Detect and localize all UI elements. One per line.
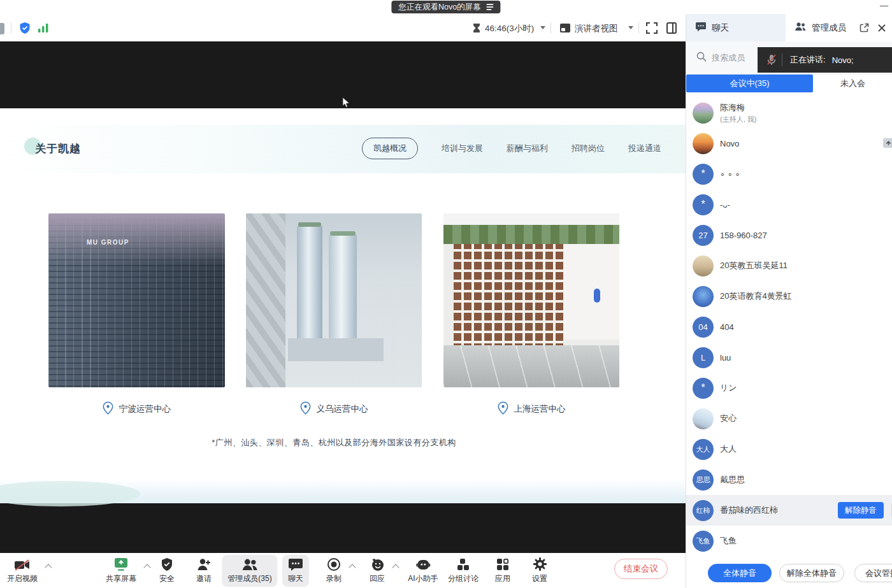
tab-chat-label: 聊天: [712, 22, 729, 34]
page-nav-item[interactable]: 培训与发展: [442, 138, 483, 159]
banner-menu-icon[interactable]: [487, 4, 494, 10]
timer-dropdown-icon[interactable]: [540, 26, 545, 29]
member-row[interactable]: *-ᴗ-: [686, 189, 892, 220]
pin-icon: [498, 401, 508, 417]
toolbar-breakout-rooms-button[interactable]: 分组讨论: [442, 555, 484, 587]
mic-muted-icon: [766, 54, 777, 66]
mouse-cursor: [342, 97, 351, 111]
member-name: luu: [720, 353, 731, 362]
meeting-timer: 46:46(3小时): [485, 23, 534, 34]
chevron-up-icon[interactable]: [45, 564, 52, 571]
divider: [11, 22, 11, 33]
member-row[interactable]: *∘ ∘ ∘: [686, 159, 892, 189]
page-nav-item[interactable]: 招聘岗位: [572, 138, 605, 159]
toolbar-camera-off-button[interactable]: 开启视频: [1, 555, 43, 587]
member-avatar: *: [693, 378, 714, 399]
tab-members-label: 管理成员: [812, 22, 846, 34]
toolbar-settings-button[interactable]: 设置: [526, 555, 553, 587]
share-screen-icon: [113, 556, 129, 571]
unmute-member-button[interactable]: 解除静音: [838, 502, 884, 519]
toolbar-label: 邀请: [196, 573, 212, 584]
tab-in-meeting[interactable]: 会议中(35): [686, 75, 813, 92]
shared-webpage: 关于凯越 凯越概况培训与发展薪酬与福利招聘岗位投递通道 MU GROUP 宁波运…: [0, 108, 686, 503]
view-mode-label[interactable]: 演讲者视图: [575, 23, 618, 34]
member-row[interactable]: 04404: [686, 312, 892, 342]
tab-chat[interactable]: 聊天: [686, 14, 786, 41]
speaker-view-icon[interactable]: [559, 23, 571, 33]
member-avatar: *: [693, 194, 714, 215]
member-row[interactable]: 思思戴思思: [686, 464, 892, 495]
member-row[interactable]: 20英教五班吴延11: [686, 250, 892, 281]
chevron-up-icon[interactable]: [143, 564, 150, 571]
record-icon: [327, 556, 341, 571]
members-icon: [241, 556, 258, 571]
meeting-window: 您正在观看Novo的屏幕 — 46:46(3小时) 演讲者视图: [0, 0, 892, 588]
settings-icon: [533, 556, 547, 571]
member-name: 安心: [720, 413, 737, 424]
member-name: Novo: [720, 139, 739, 148]
toolbar-record-button[interactable]: 录制: [320, 555, 347, 587]
member-row[interactable]: 陈海梅(主持人, 我): [686, 97, 892, 128]
pin-icon: [103, 401, 113, 417]
member-name: 20英语教育4黄景虹: [720, 290, 792, 302]
toolbar-apps-button[interactable]: 应用: [489, 555, 516, 587]
fullscreen-icon[interactable]: [646, 22, 658, 34]
tab-manage-members[interactable]: 管理成员: [786, 14, 892, 41]
toolbar-label: 管理成员(35): [227, 573, 271, 584]
member-row[interactable]: 安心: [686, 403, 892, 434]
location-text: 义乌运营中心: [317, 403, 368, 415]
toolbar-chat-button[interactable]: 聊天: [282, 555, 309, 587]
member-row[interactable]: 27158-960-827: [686, 220, 892, 250]
mute-all-button[interactable]: 全体静音: [708, 564, 772, 582]
member-name: ∘ ∘ ∘: [720, 169, 740, 179]
toolbar-label: 设置: [532, 573, 547, 584]
unmute-all-button[interactable]: 解除全体静音: [779, 564, 844, 582]
tab-not-joined[interactable]: 未入会: [813, 75, 892, 92]
meeting-control-button[interactable]: 会议管控: [854, 564, 892, 582]
popout-icon[interactable]: [860, 23, 869, 34]
toolbar-shield-button[interactable]: 安全: [154, 555, 180, 587]
chat-bubble-icon: [695, 22, 707, 34]
member-row[interactable]: 红柿番茄味的西红柿解除静音: [686, 495, 892, 526]
member-row[interactable]: *リン: [686, 373, 892, 403]
member-row[interactable]: 飞鱼飞鱼: [686, 526, 892, 556]
toolbar-label: 应用: [495, 573, 510, 584]
building-logo-text: MU GROUP: [87, 239, 129, 246]
network-signal-icon[interactable]: [38, 23, 49, 33]
location-text: 上海运营中心: [514, 403, 566, 415]
toolbar-share-screen-button[interactable]: 共享屏幕: [100, 555, 142, 587]
side-panel-toggle-icon[interactable]: [666, 22, 677, 34]
member-row[interactable]: Lluu: [686, 342, 892, 373]
view-dropdown-icon[interactable]: [628, 26, 633, 29]
chevron-up-icon[interactable]: [349, 564, 356, 571]
page-nav-item[interactable]: 薪酬与福利: [507, 138, 548, 159]
chevron-up-icon[interactable]: [392, 564, 399, 571]
people-icon: [795, 22, 807, 34]
toolbar-members-button[interactable]: 管理成员(35): [222, 555, 277, 587]
building-photo-shanghai: [443, 213, 619, 387]
page-nav-item[interactable]: 投递通道: [628, 138, 661, 159]
member-role: (主持人, 我): [720, 115, 756, 124]
minimize-icon[interactable]: —: [880, 0, 888, 11]
search-members-input[interactable]: 搜索成员: [696, 52, 745, 64]
end-meeting-button[interactable]: 结束会议: [614, 559, 668, 579]
toolbar-reaction-button[interactable]: 回应: [364, 555, 391, 587]
toolbar-ai-assistant-button[interactable]: AI小助手: [402, 555, 443, 587]
page-nav: 凯越概况培训与发展薪酬与福利招聘岗位投递通道: [362, 138, 661, 159]
reaction-icon: [370, 556, 385, 571]
close-panel-icon[interactable]: [877, 24, 886, 34]
member-avatar: [693, 103, 714, 124]
security-shield-icon[interactable]: [19, 22, 31, 34]
page-nav-item[interactable]: 凯越概况: [362, 138, 418, 159]
search-placeholder: 搜索成员: [712, 52, 745, 64]
clipped-app-icon: [0, 23, 4, 34]
member-avatar: [693, 133, 714, 154]
member-avatar: [693, 255, 714, 276]
search-row: 搜索成员 正在讲话: Novo;: [686, 41, 892, 75]
toolbar-label: 录制: [326, 573, 342, 584]
toolbar-invite-button[interactable]: 邀请: [191, 555, 217, 587]
toolbar-label: 分组讨论: [448, 573, 478, 584]
member-row[interactable]: Novo: [686, 128, 892, 159]
member-row[interactable]: 20英语教育4黄景虹: [686, 281, 892, 312]
member-row[interactable]: 大人大人: [686, 434, 892, 464]
